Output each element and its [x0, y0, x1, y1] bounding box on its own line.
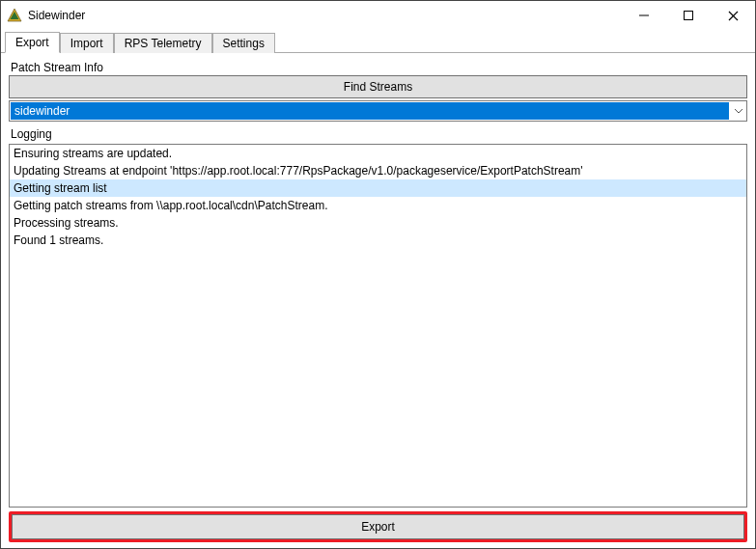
log-line[interactable]: Getting patch streams from \\app.root.lo… — [10, 197, 746, 214]
export-button[interactable]: Export — [12, 514, 744, 539]
stream-select-value: sidewinder — [11, 102, 729, 120]
tab-export[interactable]: Export — [5, 32, 60, 53]
log-line[interactable]: Ensuring streams are updated. — [10, 145, 746, 162]
app-icon — [7, 8, 22, 23]
window-controls — [622, 1, 755, 30]
stream-select[interactable]: sidewinder — [9, 100, 747, 122]
titlebar: Sidewinder — [1, 1, 755, 30]
tab-content-export: Patch Stream Info Find Streams sidewinde… — [1, 53, 755, 548]
tab-settings[interactable]: Settings — [212, 33, 275, 53]
chevron-down-icon — [735, 106, 742, 116]
tab-bar: Export Import RPS Telemetry Settings — [1, 30, 755, 53]
tab-import[interactable]: Import — [60, 33, 114, 53]
close-button[interactable] — [711, 1, 755, 30]
patch-stream-info-label: Patch Stream Info — [11, 61, 747, 74]
tab-rps-telemetry[interactable]: RPS Telemetry — [114, 33, 212, 53]
log-line[interactable]: Found 1 streams. — [10, 232, 746, 249]
minimize-button[interactable] — [622, 1, 666, 30]
maximize-button[interactable] — [666, 1, 711, 30]
log-line[interactable]: Getting stream list — [10, 179, 746, 197]
log-line[interactable]: Updating Streams at endpoint 'https://ap… — [10, 162, 746, 179]
log-list[interactable]: Ensuring streams are updated. Updating S… — [9, 144, 747, 508]
find-streams-button[interactable]: Find Streams — [9, 75, 747, 98]
logging-label: Logging — [11, 127, 747, 141]
export-button-highlight: Export — [9, 511, 747, 542]
log-line[interactable]: Processing streams. — [10, 214, 746, 232]
window-title: Sidewinder — [28, 9, 622, 22]
svg-rect-3 — [685, 12, 693, 20]
